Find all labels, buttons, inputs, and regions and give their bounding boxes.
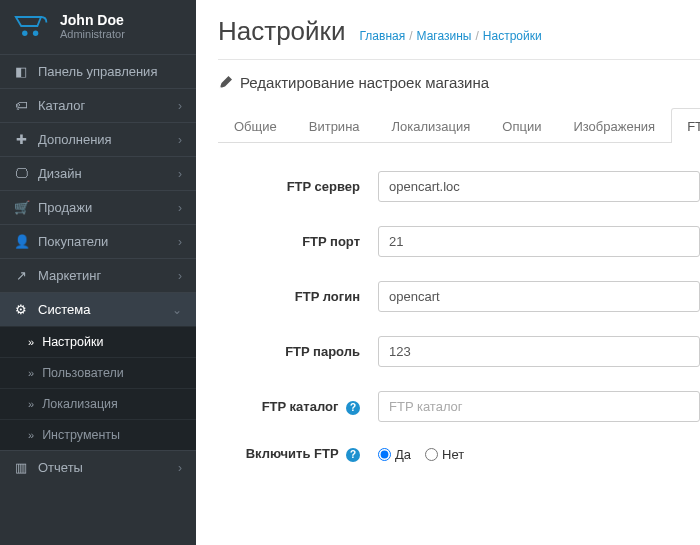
breadcrumb: Главная/ Магазины/ Настройки	[360, 29, 542, 43]
user-name: John Doe	[60, 12, 125, 28]
sidebar-subnav: »Настройки »Пользователи »Локализация »И…	[0, 326, 196, 450]
sidebar-item-label: Продажи	[38, 200, 92, 215]
radio-group-ftp-enable: Да Нет	[378, 447, 700, 462]
label-ftp-pass: FTP пароль	[218, 344, 378, 359]
info-icon[interactable]: ?	[346, 448, 360, 462]
panel-heading: Редактирование настроек магазина	[218, 60, 700, 101]
svg-point-1	[33, 31, 38, 36]
sidebar-item-label: Маркетинг	[38, 268, 101, 283]
subnav-label: Настройки	[42, 335, 103, 349]
subnav-label: Инструменты	[42, 428, 120, 442]
radio-ftp-no-input[interactable]	[425, 448, 438, 461]
sidebar-item-dashboard[interactable]: ◧Панель управления	[0, 54, 196, 88]
tab-image[interactable]: Изображения	[557, 108, 671, 143]
row-ftp-dir: FTP каталог ?	[218, 379, 700, 434]
label-ftp-port: FTP порт	[218, 234, 378, 249]
tabs: Общие Витрина Локализация Опции Изображе…	[218, 107, 700, 143]
chevron-right-icon: ›	[178, 133, 182, 147]
radio-ftp-yes[interactable]: Да	[378, 447, 411, 462]
crumb-settings[interactable]: Настройки	[483, 29, 542, 43]
input-ftp-pass[interactable]	[378, 336, 700, 367]
label-ftp-login: FTP логин	[218, 289, 378, 304]
gear-icon: ⚙	[14, 302, 28, 317]
crumb-home[interactable]: Главная	[360, 29, 406, 43]
tag-icon: 🏷	[14, 98, 28, 113]
label-ftp-enable: Включить FTP ?	[218, 446, 378, 462]
raquo-icon: »	[28, 367, 34, 379]
sidebar-item-design[interactable]: 🖵Дизайн ›	[0, 156, 196, 190]
sidebar-item-catalog[interactable]: 🏷Каталог ›	[0, 88, 196, 122]
subnav-item-localisation[interactable]: »Локализация	[0, 388, 196, 419]
info-icon[interactable]: ?	[346, 401, 360, 415]
sidebar-item-label: Дизайн	[38, 166, 82, 181]
form-ftp: FTP сервер FTP порт FTP логин FTP пароль…	[218, 143, 700, 474]
monitor-icon: 🖵	[14, 166, 28, 181]
page-title: Настройки	[218, 16, 346, 47]
subnav-label: Пользователи	[42, 366, 124, 380]
sidebar-item-label: Отчеты	[38, 460, 83, 475]
chevron-right-icon: ›	[178, 235, 182, 249]
sidebar-item-customers[interactable]: 👤Покупатели ›	[0, 224, 196, 258]
pencil-icon	[218, 76, 232, 90]
input-ftp-server[interactable]	[378, 171, 700, 202]
row-ftp-port: FTP порт	[218, 214, 700, 269]
label-ftp-server: FTP сервер	[218, 179, 378, 194]
share-icon: ↗	[14, 268, 28, 283]
subnav-item-users[interactable]: »Пользователи	[0, 357, 196, 388]
svg-point-0	[22, 31, 27, 36]
crumb-sep: /	[409, 29, 412, 43]
cart-icon: 🛒	[14, 200, 28, 215]
subnav-item-settings[interactable]: »Настройки	[0, 326, 196, 357]
tab-local[interactable]: Локализация	[376, 108, 487, 143]
chevron-right-icon: ›	[178, 201, 182, 215]
panel-title: Редактирование настроек магазина	[240, 74, 489, 91]
tab-option[interactable]: Опции	[486, 108, 557, 143]
sidebar-item-label: Панель управления	[38, 64, 157, 79]
tab-store[interactable]: Витрина	[293, 108, 376, 143]
chevron-right-icon: ›	[178, 99, 182, 113]
chevron-right-icon: ›	[178, 461, 182, 475]
subnav-label: Локализация	[42, 397, 118, 411]
sidebar-item-system[interactable]: ⚙Система ⌄	[0, 292, 196, 326]
sidebar-nav-after: ▥Отчеты ›	[0, 450, 196, 484]
user-icon: 👤	[14, 234, 28, 249]
page-header: Настройки Главная/ Магазины/ Настройки	[196, 0, 700, 59]
raquo-icon: »	[28, 429, 34, 441]
sidebar-item-label: Система	[38, 302, 90, 317]
row-ftp-enable: Включить FTP ? Да Нет	[218, 434, 700, 474]
sidebar-item-label: Каталог	[38, 98, 85, 113]
panel: Редактирование настроек магазина Общие В…	[218, 59, 700, 474]
bars-icon: ▥	[14, 460, 28, 475]
sidebar-item-marketing[interactable]: ↗Маркетинг ›	[0, 258, 196, 292]
sidebar-nav: ◧Панель управления 🏷Каталог › ✚Дополнени…	[0, 54, 196, 326]
input-ftp-port[interactable]	[378, 226, 700, 257]
chevron-down-icon: ⌄	[172, 303, 182, 317]
radio-ftp-no[interactable]: Нет	[425, 447, 464, 462]
row-ftp-login: FTP логин	[218, 269, 700, 324]
label-ftp-dir: FTP каталог ?	[218, 399, 378, 415]
subnav-item-tools[interactable]: »Инструменты	[0, 419, 196, 450]
raquo-icon: »	[28, 398, 34, 410]
radio-ftp-yes-input[interactable]	[378, 448, 391, 461]
cart-logo-icon	[14, 13, 50, 39]
tab-ftp[interactable]: FTP	[671, 108, 700, 143]
input-ftp-dir[interactable]	[378, 391, 700, 422]
row-ftp-server: FTP сервер	[218, 159, 700, 214]
dashboard-icon: ◧	[14, 64, 28, 79]
user-role: Administrator	[60, 28, 125, 40]
sidebar-item-reports[interactable]: ▥Отчеты ›	[0, 450, 196, 484]
radio-label: Нет	[442, 447, 464, 462]
crumb-stores[interactable]: Магазины	[417, 29, 472, 43]
tab-general[interactable]: Общие	[218, 108, 293, 143]
radio-label: Да	[395, 447, 411, 462]
raquo-icon: »	[28, 336, 34, 348]
sidebar-item-sales[interactable]: 🛒Продажи ›	[0, 190, 196, 224]
puzzle-icon: ✚	[14, 132, 28, 147]
chevron-right-icon: ›	[178, 269, 182, 283]
sidebar-user-block: John Doe Administrator	[0, 0, 196, 54]
input-ftp-login[interactable]	[378, 281, 700, 312]
sidebar: John Doe Administrator ◧Панель управлени…	[0, 0, 196, 545]
main-area: Настройки Главная/ Магазины/ Настройки Р…	[196, 0, 700, 545]
row-ftp-pass: FTP пароль	[218, 324, 700, 379]
sidebar-item-extensions[interactable]: ✚Дополнения ›	[0, 122, 196, 156]
